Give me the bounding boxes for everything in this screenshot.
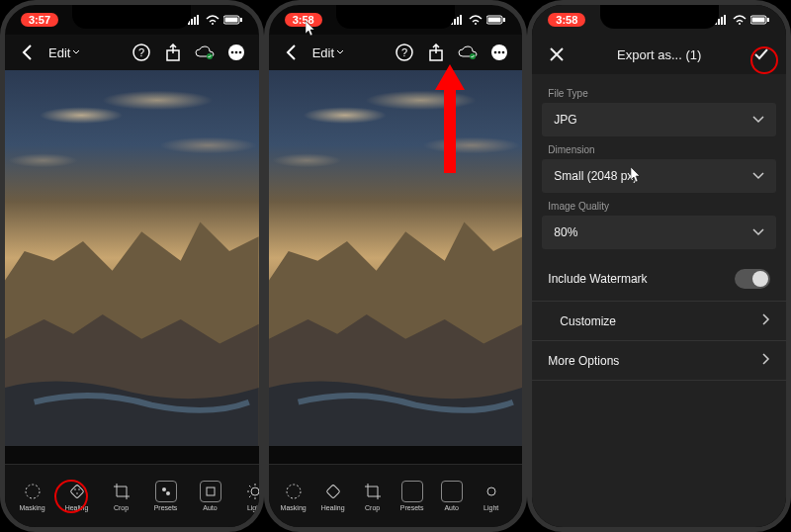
export-title: Export as... (1) <box>568 47 750 62</box>
back-button[interactable] <box>281 42 303 63</box>
svg-rect-34 <box>454 19 456 25</box>
svg-rect-6 <box>224 18 237 23</box>
svg-rect-17 <box>69 485 83 498</box>
time-pill: 3:57 <box>21 13 58 27</box>
share-icon[interactable] <box>162 42 184 63</box>
dimension-select[interactable]: Small (2048 px) <box>542 159 776 193</box>
more-options-row[interactable]: More Options <box>532 341 786 381</box>
tool-label: C <box>520 504 522 511</box>
quality-select[interactable]: 80% <box>542 216 776 249</box>
svg-rect-36 <box>460 15 462 25</box>
auto-tool[interactable]: Auto <box>433 477 471 515</box>
bottom-toolbar: Masking Healing Crop Presets Auto Light <box>5 464 259 527</box>
bottom-toolbar: Masking Healing Crop Presets Auto Light … <box>269 464 523 527</box>
svg-rect-50 <box>326 485 340 498</box>
light-icon <box>244 481 259 502</box>
notch <box>600 5 719 29</box>
svg-point-21 <box>162 488 166 491</box>
tool-label: Crop <box>365 504 380 511</box>
tool-label: Light <box>247 504 259 511</box>
close-button[interactable] <box>546 44 568 65</box>
svg-point-4 <box>212 23 214 25</box>
time-pill: 3:58 <box>548 13 585 27</box>
presets-icon <box>155 481 177 502</box>
svg-point-57 <box>739 23 741 25</box>
tool-label: Auto <box>444 504 458 511</box>
svg-rect-60 <box>767 18 769 22</box>
tool-label: Healing <box>65 504 89 511</box>
svg-point-46 <box>494 51 497 54</box>
color-tool[interactable]: C <box>512 477 523 515</box>
help-icon[interactable]: ? <box>394 42 415 63</box>
auto-icon <box>200 481 221 502</box>
cloud-sync-icon[interactable] <box>457 42 479 63</box>
presets-tool[interactable]: Presets <box>144 477 187 515</box>
healing-tool[interactable]: Healing <box>55 477 98 515</box>
presets-tool[interactable]: Presets <box>394 477 431 515</box>
photo-preview[interactable] <box>269 70 523 446</box>
wifi-icon <box>469 15 483 25</box>
svg-point-48 <box>502 51 505 54</box>
crop-tool[interactable]: Crop <box>100 477 142 515</box>
light-tool[interactable]: Light <box>233 477 259 515</box>
svg-point-14 <box>234 51 237 54</box>
tool-label: Presets <box>154 504 178 511</box>
edit-menu[interactable]: Edit <box>312 45 344 60</box>
light-tool[interactable]: Light <box>473 477 510 515</box>
share-icon[interactable] <box>425 42 447 63</box>
masking-icon <box>283 481 305 502</box>
healing-tool[interactable]: Healing <box>314 477 352 515</box>
customize-row[interactable]: Customize <box>532 302 786 341</box>
cloud-sync-icon[interactable] <box>194 42 216 63</box>
chevron-right-icon <box>762 353 770 368</box>
svg-rect-1 <box>191 19 193 25</box>
top-bar: Edit ? <box>5 35 259 70</box>
more-icon[interactable] <box>488 42 510 63</box>
watermark-toggle[interactable] <box>735 269 770 289</box>
svg-point-15 <box>238 51 241 54</box>
svg-line-31 <box>249 496 251 498</box>
svg-rect-54 <box>718 19 720 25</box>
filetype-select[interactable]: JPG <box>542 103 776 136</box>
svg-rect-40 <box>503 18 505 22</box>
svg-point-16 <box>26 485 40 498</box>
masking-tool[interactable]: Masking <box>11 477 53 515</box>
svg-point-47 <box>498 51 501 54</box>
svg-point-51 <box>487 488 495 495</box>
svg-point-18 <box>74 488 76 490</box>
notch <box>72 5 191 29</box>
help-icon[interactable]: ? <box>131 42 152 63</box>
presets-icon <box>401 481 423 502</box>
crop-tool[interactable]: Crop <box>354 477 392 515</box>
svg-rect-55 <box>721 17 723 25</box>
svg-point-19 <box>78 488 80 490</box>
edit-menu[interactable]: Edit <box>48 45 80 60</box>
chevron-down-icon <box>752 225 764 239</box>
crop-icon <box>111 481 132 502</box>
light-icon <box>481 481 502 502</box>
svg-point-20 <box>76 492 78 494</box>
photo-preview[interactable] <box>5 70 259 446</box>
auto-icon <box>441 481 463 502</box>
phone-screenshot-2: 3:58 Edit ? Masking Healing Crop Pres <box>264 0 528 532</box>
confirm-button[interactable] <box>750 44 772 65</box>
back-button[interactable] <box>17 42 39 63</box>
more-icon[interactable] <box>225 42 247 63</box>
filetype-label: File Type <box>532 80 786 103</box>
wifi-icon <box>206 15 220 25</box>
auto-tool[interactable]: Auto <box>189 477 231 515</box>
svg-rect-7 <box>240 18 242 22</box>
healing-icon <box>66 481 88 502</box>
export-body: File Type JPG Dimension Small (2048 px) … <box>532 74 786 527</box>
watermark-label: Include Watermark <box>548 272 647 286</box>
time-pill: 3:58 <box>285 13 322 27</box>
svg-text:?: ? <box>401 46 407 58</box>
notch <box>336 5 455 29</box>
tool-label: Masking <box>281 504 307 511</box>
masking-tool[interactable]: Masking <box>275 477 312 515</box>
svg-point-24 <box>251 488 259 495</box>
wifi-icon <box>733 15 747 25</box>
svg-text:?: ? <box>138 46 144 58</box>
svg-point-37 <box>475 23 477 25</box>
export-header: Export as... (1) <box>532 35 786 74</box>
